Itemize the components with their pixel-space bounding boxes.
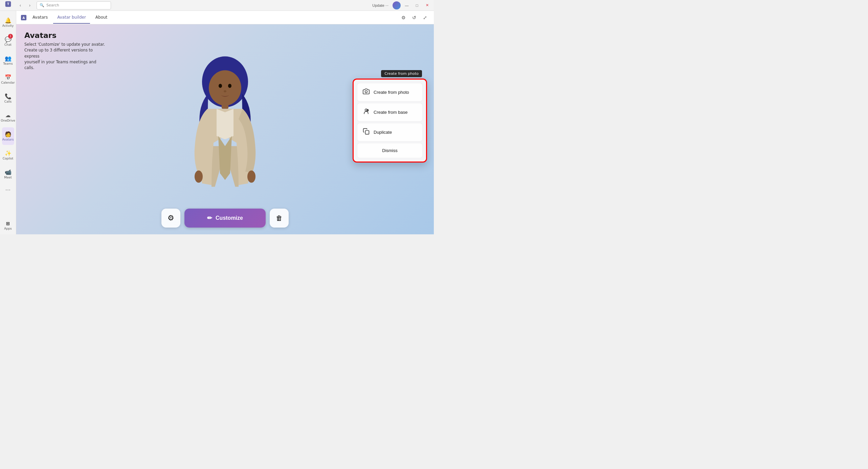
tab-avatar-builder[interactable]: Avatar builder (53, 12, 90, 24)
sidebar-item-onedrive[interactable]: ☁ OneDrive (2, 108, 14, 126)
dismiss-button[interactable]: Dismiss (357, 143, 423, 158)
customize-pencil-icon: ✏ (207, 214, 212, 222)
sidebar-item-chat[interactable]: 3 💬 Chat (2, 33, 14, 50)
tab-avatars[interactable]: Avatars (28, 12, 52, 24)
update-button[interactable]: Update ··· (370, 3, 391, 8)
sidebar-item-chat-label: Chat (4, 43, 12, 47)
close-button[interactable]: ✕ (423, 1, 431, 9)
tooltip-label: Create from photo (381, 70, 422, 77)
duplicate-button[interactable]: Duplicate (357, 123, 423, 142)
create-from-photo-button[interactable]: Create from photo (357, 83, 423, 102)
sidebar-apps[interactable]: ⊞ Apps (2, 219, 14, 232)
duplicate-icon (363, 128, 370, 136)
main-content: A Avatars Avatar builder About ⚙ ↺ ⤢ Ava… (16, 11, 434, 234)
sidebar: 🔔 Activity 3 💬 Chat 👥 Teams 📅 Calendar 📞… (0, 11, 16, 234)
tab-bar: A Avatars Avatar builder About ⚙ ↺ ⤢ (16, 11, 434, 24)
settings-icon-btn[interactable]: ⚙ (399, 13, 408, 22)
title-bar-right: Update ··· — □ ✕ (370, 1, 431, 9)
apps-icon: ⊞ (6, 221, 10, 226)
svg-point-8 (224, 90, 226, 92)
forward-button[interactable]: › (26, 1, 34, 9)
sidebar-item-avatars[interactable]: 🧑 Avatars (2, 127, 14, 145)
minimize-button[interactable]: — (403, 1, 411, 9)
create-from-base-button[interactable]: Create from base (357, 103, 423, 122)
app-layout: 🔔 Activity 3 💬 Chat 👥 Teams 📅 Calendar 📞… (0, 11, 434, 234)
svg-point-11 (247, 171, 255, 183)
svg-point-6 (219, 84, 222, 88)
sidebar-item-teams[interactable]: 👥 Teams (2, 51, 14, 69)
tab-bar-right: ⚙ ↺ ⤢ (399, 13, 430, 22)
avatar-figure (178, 38, 272, 214)
teams-logo: T (3, 0, 14, 9)
customize-button[interactable]: ✏ Customize (184, 209, 266, 228)
sidebar-item-meet-label: Meet (4, 176, 12, 179)
avatar-svg (178, 38, 272, 214)
svg-point-12 (365, 91, 368, 93)
maximize-button[interactable]: □ (413, 1, 421, 9)
customize-label: Customize (216, 215, 243, 221)
popout-btn[interactable]: ⤢ (420, 13, 430, 22)
nav-arrows: ‹ › (16, 1, 34, 9)
svg-rect-15 (365, 131, 369, 134)
camera-icon (363, 88, 370, 97)
sidebar-item-calls[interactable]: 📞 Calls (2, 89, 14, 107)
copilot-icon: ✨ (5, 150, 12, 156)
back-button[interactable]: ‹ (16, 1, 24, 9)
sidebar-item-calls-label: Calls (4, 100, 12, 104)
avatars-icon: 🧑 (5, 131, 12, 137)
dropdown-popup: Create from photo Create from photo (353, 79, 427, 163)
sidebar-more[interactable]: ··· (5, 184, 10, 196)
apps-label: Apps (4, 227, 12, 230)
search-placeholder: Search (46, 3, 59, 7)
settings-icon: ⚙ (168, 214, 174, 222)
teams-icon: 👥 (5, 55, 12, 62)
title-bar: T ‹ › 🔍 Search Update ··· — □ ✕ (0, 0, 434, 11)
chat-badge: 3 (8, 34, 13, 39)
sidebar-item-calendar-label: Calendar (1, 81, 15, 85)
svg-point-10 (195, 171, 203, 183)
sidebar-item-activity-label: Activity (2, 24, 14, 28)
sidebar-item-onedrive-label: OneDrive (1, 119, 15, 123)
sidebar-item-copilot[interactable]: ✨ Copilot (2, 146, 14, 164)
meet-icon: 📹 (5, 169, 12, 175)
search-icon: 🔍 (40, 3, 44, 7)
svg-text:A: A (23, 16, 25, 19)
bottom-toolbar: ⚙ ✏ Customize 🗑 (161, 209, 289, 228)
settings-button[interactable]: ⚙ (161, 209, 180, 228)
create-from-base-label: Create from base (374, 110, 407, 115)
calls-icon: 📞 (5, 93, 12, 100)
user-avatar[interactable] (393, 1, 401, 9)
activity-icon: 🔔 (5, 17, 12, 24)
sidebar-item-copilot-label: Copilot (3, 157, 14, 161)
search-bar[interactable]: 🔍 Search (37, 1, 111, 9)
calendar-icon: 📅 (5, 74, 12, 81)
duplicate-label: Duplicate (374, 130, 392, 135)
svg-text:T: T (7, 2, 9, 6)
avatar-base-icon (363, 108, 370, 116)
content-area: Avatars Select 'Customize' to update you… (16, 24, 434, 234)
svg-rect-9 (222, 102, 228, 109)
sidebar-item-teams-label: Teams (3, 62, 13, 66)
page-header: Avatars Select 'Customize' to update you… (24, 31, 106, 71)
sidebar-item-activity[interactable]: 🔔 Activity (2, 14, 14, 31)
page-title: Avatars (24, 31, 106, 40)
tab-about[interactable]: About (91, 12, 111, 24)
dismiss-label: Dismiss (382, 148, 398, 153)
sidebar-item-calendar[interactable]: 📅 Calendar (2, 70, 14, 88)
title-bar-left: T ‹ › 🔍 Search (3, 0, 111, 12)
svg-point-7 (228, 84, 231, 88)
create-from-photo-label: Create from photo (374, 90, 409, 95)
onedrive-icon: ☁ (5, 112, 11, 119)
delete-button[interactable]: 🗑 (270, 209, 289, 228)
sidebar-item-avatars-label: Avatars (2, 138, 14, 142)
app-icon-small: A (20, 14, 27, 21)
sidebar-item-meet[interactable]: 📹 Meet (2, 165, 14, 183)
page-description: Select 'Customize' to update your avatar… (24, 42, 106, 71)
svg-point-5 (209, 70, 241, 106)
refresh-btn[interactable]: ↺ (409, 13, 419, 22)
delete-icon: 🗑 (276, 214, 283, 222)
